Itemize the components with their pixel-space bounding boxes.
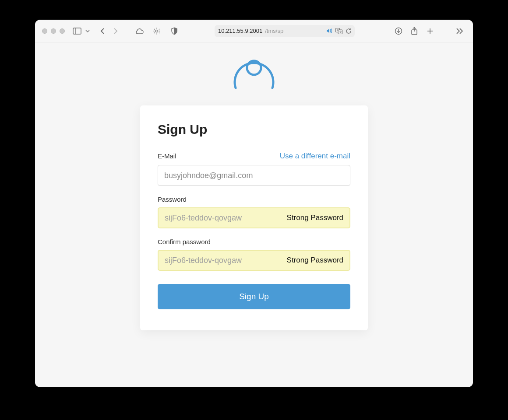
svg-rect-0 [73, 28, 81, 34]
svg-text:文: 文 [339, 30, 342, 33]
titlebar-left [42, 25, 180, 37]
confirm-password-strength-label: Strong Password [287, 256, 343, 265]
password-field-group: Password sijFo6-teddov-qovgaw Strong Pas… [158, 196, 350, 228]
chevron-down-icon[interactable] [84, 25, 91, 37]
new-tab-icon[interactable] [424, 25, 436, 37]
url-path: /tms/sp [265, 28, 283, 34]
svg-text:A: A [337, 29, 339, 32]
url-host: 10.211.55.9:2001 [218, 28, 262, 34]
confirm-password-mask-text: sijFo6-teddov-qovgaw [165, 256, 282, 265]
zoom-dot[interactable] [60, 28, 65, 34]
browser-window: 10.211.55.9:2001/tms/sp A文 [35, 20, 473, 387]
gear-icon[interactable] [151, 25, 163, 37]
close-dot[interactable] [42, 28, 47, 34]
password-strength-label: Strong Password [287, 214, 343, 222]
window-controls [42, 28, 65, 34]
page-title: Sign Up [158, 122, 350, 137]
confirm-password-input[interactable]: sijFo6-teddov-qovgaw Strong Password [158, 250, 350, 271]
signup-button[interactable]: Sign Up [158, 284, 350, 309]
share-icon[interactable] [408, 25, 420, 37]
svg-point-2 [155, 30, 158, 32]
downloads-icon[interactable] [392, 25, 405, 37]
sidebar-toggle-icon[interactable] [71, 25, 83, 37]
url-field[interactable]: 10.211.55.9:2001/tms/sp A文 [215, 25, 355, 37]
cloud-icon[interactable] [133, 25, 145, 37]
audio-icon[interactable] [326, 28, 333, 35]
translate-icon[interactable]: A文 [335, 28, 342, 35]
back-icon[interactable] [96, 25, 109, 37]
nav-group [96, 25, 122, 37]
confirm-password-field-group: Confirm password sijFo6-teddov-qovgaw St… [158, 238, 350, 271]
page-tools-group [133, 25, 180, 37]
shield-icon[interactable] [168, 25, 180, 37]
password-input[interactable]: sijFo6-teddov-qovgaw Strong Password [158, 207, 350, 228]
url-right-icons: A文 [326, 28, 352, 35]
titlebar: 10.211.55.9:2001/tms/sp A文 [35, 20, 473, 42]
reload-icon[interactable] [345, 28, 352, 35]
email-field-group: E-Mail Use a different e-mail [158, 152, 350, 186]
signup-card: Sign Up E-Mail Use a different e-mail Pa… [140, 105, 368, 330]
user-avatar-icon [229, 50, 279, 90]
titlebar-center: 10.211.55.9:2001/tms/sp A文 [184, 25, 385, 37]
email-input[interactable] [158, 165, 350, 186]
password-label: Password [158, 196, 187, 203]
overflow-icon[interactable] [454, 25, 466, 37]
page-body: Sign Up E-Mail Use a different e-mail Pa… [35, 42, 473, 387]
confirm-password-label: Confirm password [158, 238, 211, 245]
sidebar-group [71, 25, 91, 37]
use-different-email-link[interactable]: Use a different e-mail [280, 152, 350, 161]
password-mask-text: sijFo6-teddov-qovgaw [165, 214, 282, 223]
email-label: E-Mail [158, 152, 176, 160]
titlebar-right [392, 25, 466, 37]
forward-icon[interactable] [109, 25, 122, 37]
minimize-dot[interactable] [51, 28, 56, 34]
